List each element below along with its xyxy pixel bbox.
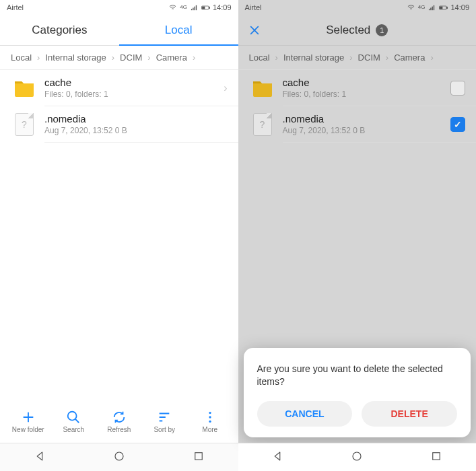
- list-item[interactable]: cache Files: 0, folders: 1 ›: [0, 70, 238, 106]
- delete-button[interactable]: DELETE: [362, 401, 457, 427]
- svg-rect-12: [195, 452, 202, 460]
- more-button[interactable]: More: [187, 410, 233, 433]
- svg-point-8: [209, 411, 211, 413]
- svg-rect-5: [209, 7, 209, 9]
- chevron-right-icon: ›: [147, 52, 150, 63]
- chevron-right-icon: ›: [275, 52, 278, 63]
- plus-icon: [21, 410, 36, 425]
- svg-rect-3: [196, 5, 197, 9]
- chevron-right-icon: ›: [37, 52, 40, 63]
- file-name: cache: [283, 77, 442, 88]
- refresh-button[interactable]: Refresh: [96, 410, 142, 433]
- file-meta: Aug 7, 2020, 13:52 0 B: [44, 126, 228, 135]
- nav-bar: [0, 443, 238, 471]
- chevron-right-icon: ›: [349, 52, 352, 63]
- network-4g-icon: 4G: [418, 5, 426, 10]
- crumb-local[interactable]: Local: [249, 52, 270, 63]
- status-bar: Airtel 4G 14:09: [238, 0, 477, 15]
- network-4g-icon: 4G: [180, 5, 187, 10]
- file-meta: Aug 7, 2020, 13:52 0 B: [283, 126, 442, 135]
- crumb-local[interactable]: Local: [11, 52, 32, 63]
- cancel-button[interactable]: CANCEL: [257, 401, 353, 427]
- svg-rect-0: [191, 9, 192, 10]
- clock-label: 14:09: [213, 3, 232, 11]
- svg-rect-13: [429, 9, 430, 10]
- svg-rect-21: [433, 452, 440, 460]
- back-button[interactable]: [271, 450, 283, 465]
- tab-local[interactable]: Local: [119, 15, 238, 45]
- new-folder-button[interactable]: New folder: [5, 410, 51, 433]
- svg-rect-14: [431, 7, 432, 10]
- chevron-right-icon: ›: [224, 82, 227, 94]
- svg-rect-15: [432, 6, 433, 10]
- nav-bar: [238, 443, 477, 471]
- search-button[interactable]: Search: [51, 410, 97, 433]
- folder-icon: [252, 77, 273, 99]
- recent-button[interactable]: [193, 450, 205, 465]
- status-bar: Airtel 4G 14:09: [0, 0, 238, 15]
- svg-point-20: [353, 452, 361, 460]
- signal-icon: [190, 4, 199, 11]
- status-icons: 4G 14:09: [407, 3, 469, 11]
- list-item[interactable]: cache Files: 0, folders: 1: [238, 70, 477, 106]
- unknown-file-icon: ?: [252, 114, 273, 135]
- more-icon: [203, 410, 217, 425]
- file-meta: Files: 0, folders: 1: [283, 89, 442, 99]
- svg-point-11: [115, 452, 123, 460]
- crumb-dcim[interactable]: DCIM: [358, 52, 380, 63]
- list-item[interactable]: ? .nomedia Aug 7, 2020, 13:52 0 B: [238, 106, 477, 142]
- sort-by-button[interactable]: Sort by: [142, 410, 188, 433]
- crumb-camera[interactable]: Camera: [156, 52, 187, 63]
- recent-button[interactable]: [430, 450, 442, 465]
- refresh-icon: [112, 410, 127, 425]
- item-checkbox[interactable]: [450, 117, 465, 132]
- chevron-right-icon: ›: [193, 52, 195, 63]
- search-icon: [66, 410, 81, 425]
- crumb-internal[interactable]: Internal storage: [283, 52, 344, 63]
- crumb-camera[interactable]: Camera: [394, 52, 425, 63]
- selection-count-badge: 1: [376, 24, 388, 36]
- svg-point-10: [209, 420, 211, 422]
- status-icons: 4G 14:09: [168, 3, 231, 11]
- battery-icon: [439, 4, 448, 11]
- item-checkbox[interactable]: [450, 81, 465, 96]
- file-list: cache Files: 0, folders: 1 › ? .nomedia …: [0, 70, 238, 400]
- svg-rect-16: [434, 5, 434, 9]
- clock-label: 14:09: [450, 3, 469, 11]
- carrier-label: Airtel: [245, 3, 262, 11]
- tab-categories[interactable]: Categories: [0, 15, 119, 45]
- file-name: .nomedia: [44, 113, 228, 124]
- file-name: .nomedia: [283, 113, 442, 124]
- close-icon: [248, 24, 261, 37]
- svg-rect-1: [193, 7, 193, 10]
- svg-rect-2: [194, 6, 195, 10]
- close-selection-button[interactable]: [248, 24, 268, 37]
- breadcrumb: Local › Internal storage › DCIM › Camera…: [0, 46, 238, 70]
- unknown-file-icon: ?: [13, 114, 35, 135]
- tab-bar: Categories Local: [0, 15, 238, 46]
- signal-icon: [428, 4, 436, 11]
- svg-point-7: [68, 411, 77, 420]
- crumb-internal[interactable]: Internal storage: [45, 52, 106, 63]
- svg-point-9: [209, 416, 211, 418]
- delete-confirm-dialog: Are you sure you want to delete the sele…: [244, 348, 471, 437]
- list-item[interactable]: ? .nomedia Aug 7, 2020, 13:52 0 B: [0, 106, 238, 142]
- chevron-right-icon: ›: [430, 52, 433, 63]
- folder-icon: [13, 77, 35, 99]
- selection-title: Selected: [326, 24, 370, 37]
- bottom-toolbar: New folder Search Refresh Sort by More: [0, 400, 238, 443]
- back-button[interactable]: [34, 450, 46, 465]
- chevron-right-icon: ›: [386, 52, 388, 63]
- dialog-message: Are you sure you want to delete the sele…: [257, 363, 458, 389]
- file-name: cache: [44, 77, 214, 88]
- carrier-label: Airtel: [7, 3, 24, 11]
- chevron-right-icon: ›: [112, 52, 114, 63]
- wifi-icon: [407, 4, 415, 11]
- home-button[interactable]: [113, 450, 125, 465]
- wifi-icon: [168, 4, 177, 11]
- file-meta: Files: 0, folders: 1: [44, 89, 214, 99]
- svg-rect-19: [440, 7, 443, 9]
- battery-icon: [201, 4, 210, 11]
- crumb-dcim[interactable]: DCIM: [120, 52, 142, 63]
- home-button[interactable]: [351, 450, 363, 465]
